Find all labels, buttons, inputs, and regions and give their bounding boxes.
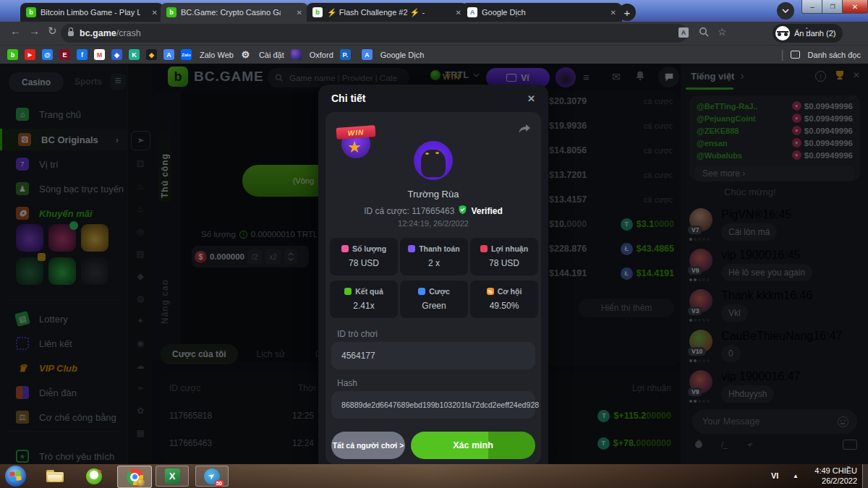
bookmark-bcgame-icon[interactable]: b: [7, 49, 18, 60]
strip-rocket-icon[interactable]: ➣: [134, 382, 147, 395]
all-players-button[interactable]: Tất cả người chơi >: [331, 432, 405, 459]
see-more-button[interactable]: See more ›: [695, 166, 854, 181]
strip-cards-icon[interactable]: ▤: [134, 247, 147, 260]
promo-thumb-cash[interactable]: [48, 257, 76, 285]
game-id-field[interactable]: 4564177: [331, 342, 535, 369]
chat-close-icon[interactable]: ✕: [853, 70, 860, 80]
chat-username[interactable]: Thank kkkm: [721, 289, 783, 301]
chat-username[interactable]: CauBeThieuNang: [721, 330, 813, 342]
user-avatar[interactable]: [556, 67, 576, 87]
strip-dice-icon[interactable]: ⚃: [134, 158, 147, 171]
modal-close-icon[interactable]: ✕: [527, 93, 535, 104]
sidebar-item-promotions[interactable]: ❂ Khuyến mãi: [0, 202, 127, 224]
share-icon[interactable]: [518, 124, 531, 138]
tab-close-icon[interactable]: ✕: [152, 9, 158, 17]
taskbar-telegram[interactable]: ➤ 50: [195, 466, 229, 487]
commands-icon[interactable]: /_: [721, 440, 728, 449]
double-button[interactable]: x2: [265, 249, 281, 265]
search-input[interactable]: [288, 73, 399, 83]
bookmark-youtube-icon[interactable]: ▶: [25, 49, 35, 60]
show-desktop-button[interactable]: [862, 464, 868, 488]
clock[interactable]: 4:49 CHIỀU 26/2/2022: [807, 466, 857, 486]
chat-toggle-icon[interactable]: [658, 67, 679, 87]
back-icon[interactable]: ←: [10, 25, 21, 37]
bookmark-messenger-icon[interactable]: @: [42, 49, 53, 60]
strip-eye-icon[interactable]: ◉: [134, 337, 147, 350]
start-button[interactable]: [5, 466, 26, 487]
browser-tab-3[interactable]: b ⚡ Flash Challenge #2 ⚡ - Flash Ch ✕: [307, 3, 467, 22]
bookmark-p-icon[interactable]: P.: [340, 49, 351, 60]
taskbar-explorer[interactable]: [41, 466, 69, 487]
gif-keyboard-icon[interactable]: [843, 440, 857, 450]
trophy-icon[interactable]: [834, 69, 846, 84]
bookmark-binance-icon[interactable]: ◆: [146, 49, 157, 60]
chat-input[interactable]: [692, 409, 857, 434]
bookmark-gear-icon[interactable]: ⚙: [240, 49, 251, 60]
sidebar-item-bc-originals[interactable]: ⚄ BC Originals ›: [0, 129, 127, 150]
browser-tab-1[interactable]: b Bitcoin Limbo Game - Play Limbo ✕: [20, 3, 163, 22]
verify-button[interactable]: Xác minh: [411, 432, 535, 459]
strip-token-icon[interactable]: ✿: [134, 404, 147, 417]
bookmark-blue-icon[interactable]: ◈: [111, 49, 122, 60]
address-bar[interactable]: bc.game/crash: [61, 24, 687, 43]
casino-toggle[interactable]: Casino: [9, 72, 64, 92]
bookmark-translate2-icon[interactable]: A: [362, 49, 373, 60]
strip-cloud-icon[interactable]: ☁: [134, 359, 147, 372]
strip-flame-icon[interactable]: ♨: [134, 180, 147, 193]
translate-icon[interactable]: A: [678, 27, 689, 38]
tab-advanced[interactable]: Nâng cao: [160, 244, 170, 324]
sidebar-item-fairness[interactable]: ⚖ Cơ chế công bằng: [0, 406, 127, 428]
reload-icon[interactable]: ↻: [48, 25, 57, 38]
message-input[interactable]: [701, 416, 830, 427]
sidebar-item-favorites[interactable]: ★ Trò chơi yêu thích: [0, 445, 127, 464]
bookmark-settings-label[interactable]: Cài đặt: [259, 51, 284, 59]
sidebar-item-vip-club[interactable]: ♛ VIP Club: [0, 357, 127, 379]
bookmark-facebook-icon[interactable]: f: [77, 49, 88, 60]
tab-close-icon[interactable]: ✕: [456, 9, 461, 17]
sidebar-menu-icon[interactable]: ≡: [110, 74, 126, 90]
sidebar-item-slots[interactable]: 7 Vị trí: [0, 153, 127, 175]
promo-thumb-piggy[interactable]: [81, 224, 109, 252]
show-more-button[interactable]: Hiển thị thêm: [579, 299, 674, 317]
language-indicator[interactable]: VI: [771, 471, 778, 480]
strip-card2-icon[interactable]: ▦: [134, 427, 147, 440]
half-button[interactable]: /2: [247, 249, 262, 265]
tray-expand-icon[interactable]: ▲: [793, 473, 799, 479]
taskbar-coccoc[interactable]: [80, 466, 109, 487]
bookmark-translate-icon[interactable]: A: [163, 49, 174, 60]
rocket-icon[interactable]: ➣: [744, 438, 757, 450]
bookmark-kucoin-icon[interactable]: K: [129, 49, 140, 60]
bookmark-zalo-icon[interactable]: Zalo: [181, 49, 192, 60]
bcgame-logo[interactable]: b BC.GAME: [168, 67, 264, 87]
amount-input[interactable]: $ 0.000000 /2 x2: [192, 246, 309, 267]
bookmark-oxford-icon[interactable]: [291, 49, 302, 60]
promo-thumb-coins[interactable]: [81, 257, 109, 285]
promo-thumb-spin[interactable]: [16, 224, 43, 252]
player-name[interactable]: Trường Rùa: [326, 189, 541, 200]
bookmark-oxford-label[interactable]: Oxford: [310, 51, 333, 59]
tab-close-icon[interactable]: ✕: [297, 9, 302, 17]
strip-coins-icon[interactable]: ◎: [134, 225, 147, 238]
chat-rules-info-icon[interactable]: !: [815, 71, 826, 82]
tab-manual[interactable]: Thủ công: [158, 107, 171, 202]
hash-field[interactable]: 86889de2d6647689ebd199b103201fa72dcd2eef…: [331, 391, 535, 419]
taskbar-chrome-active[interactable]: [117, 466, 152, 488]
tab-search-chevron-icon[interactable]: [777, 2, 794, 20]
tab-my-bets[interactable]: Cược của tôi: [161, 344, 238, 364]
forward-icon[interactable]: →: [29, 25, 40, 37]
promo-thumb-hand[interactable]: [16, 257, 43, 285]
chat-username[interactable]: vip 19000: [721, 370, 771, 382]
sidebar-item-home[interactable]: ⌂ Trang chủ: [0, 103, 127, 125]
strip-ring-icon[interactable]: ◍: [134, 292, 147, 305]
zoom-search-icon[interactable]: [699, 27, 710, 40]
window-minimize-button[interactable]: –: [801, 0, 823, 14]
strip-bowl-icon[interactable]: ♨: [134, 202, 147, 215]
tab-history[interactable]: Lịch sử: [245, 344, 297, 364]
bookmark-translate-label[interactable]: Google Dịch: [380, 51, 425, 59]
bookmark-gmail-icon[interactable]: M: [94, 49, 105, 60]
window-maximize-button[interactable]: ❐: [822, 0, 843, 14]
amount-stepper[interactable]: [284, 249, 297, 265]
browser-tab-2-active[interactable]: b BC.Game: Crypto Casino Games & ✕: [161, 3, 308, 22]
browser-menu-icon[interactable]: ⋮: [801, 25, 812, 38]
sidebar-item-affiliate[interactable]: Liên kết: [0, 333, 127, 354]
